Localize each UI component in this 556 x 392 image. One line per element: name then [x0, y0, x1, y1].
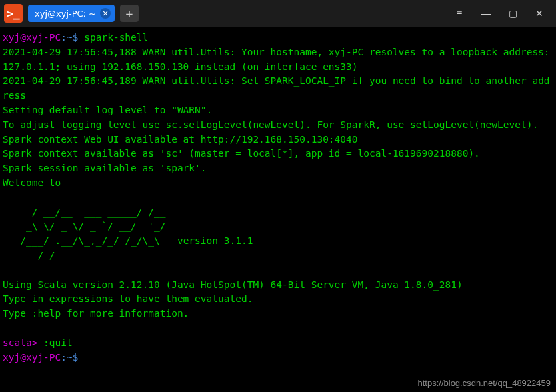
maximize-icon[interactable]: ▢: [507, 7, 519, 19]
terminal-app-icon: >_: [4, 4, 23, 23]
titlebar: >_ xyj@xyj-PC: ~ ✕ + ≡ — ▢ ✕: [0, 0, 556, 27]
spark-ascii-art: _\ \/ _ \/ _ `/ __/ '_/: [3, 221, 165, 231]
output-line: Setting default log level to "WARN".: [3, 105, 212, 115]
output-line: Type :help for more information.: [3, 308, 189, 319]
minimize-icon[interactable]: —: [480, 7, 492, 19]
spark-ascii-art: /___/ .__/\_,_/_/ /_/\_\ version 3.1.1: [3, 235, 253, 246]
close-window-icon[interactable]: ✕: [533, 7, 545, 19]
tab-active[interactable]: xyj@xyj-PC: ~ ✕: [28, 5, 115, 22]
scala-prompt: scala>: [3, 337, 43, 348]
prompt-colon: :: [61, 32, 67, 43]
output-line: To adjust logging level use sc.setLogLev…: [3, 119, 538, 130]
spark-ascii-art: ____ __: [3, 192, 154, 203]
output-line: Spark session available as 'spark'.: [3, 163, 207, 173]
tab-title: xyj@xyj-PC: ~: [35, 9, 96, 19]
prompt-colon: :: [61, 352, 67, 363]
spark-ascii-art: / __/__ ___ _____/ /__: [3, 207, 165, 217]
command-spark-shell: spark-shell: [84, 32, 148, 43]
output-line: Welcome to: [3, 177, 61, 188]
output-line: 2021-04-29 17:56:45,188 WARN util.Utils:…: [3, 47, 555, 72]
output-line: Spark context Web UI available at http:/…: [3, 134, 358, 145]
output-line: Spark context available as 'sc' (master …: [3, 148, 480, 159]
prompt-user: xyj@xyj-PC: [3, 32, 61, 43]
prompt-user: xyj@xyj-PC: [3, 352, 61, 363]
output-line: 2021-04-29 17:56:45,189 WARN util.Utils:…: [3, 75, 550, 101]
prompt-dollar: $: [73, 32, 84, 43]
close-tab-icon[interactable]: ✕: [100, 8, 111, 19]
prompt-dollar: $: [73, 352, 84, 363]
prompt-path: ~: [67, 352, 73, 363]
prompt-path: ~: [67, 32, 73, 43]
output-line: Type in expressions to have them evaluat…: [3, 293, 253, 304]
menu-icon[interactable]: ≡: [453, 7, 465, 19]
command-quit: :quit: [43, 337, 73, 348]
terminal-output[interactable]: xyj@xyj-PC:~$ spark-shell 2021-04-29 17:…: [0, 27, 556, 369]
window-controls: ≡ — ▢ ✕: [453, 7, 552, 19]
new-tab-button[interactable]: +: [120, 5, 139, 22]
output-line: Using Scala version 2.12.10 (Java HotSpo…: [3, 279, 463, 290]
spark-ascii-art: /_/: [3, 250, 55, 261]
watermark: https://blog.csdn.net/qq_48922459: [418, 378, 551, 388]
